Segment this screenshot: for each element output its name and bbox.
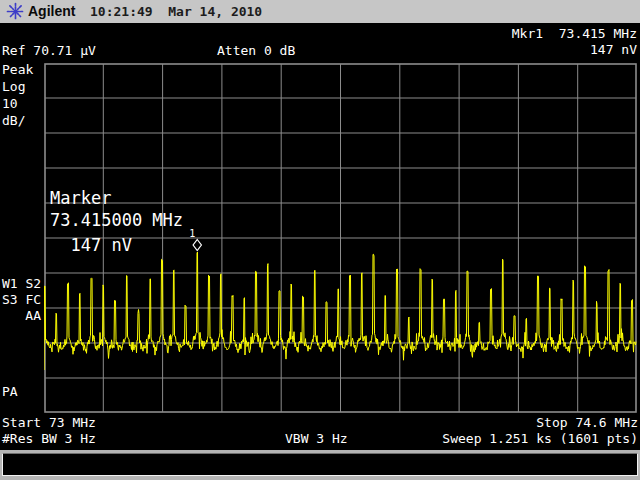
clock-label: 10:21:49 Mar 14, 2010: [90, 4, 262, 19]
scale-type-label: Log: [2, 80, 25, 94]
marker-annotation-frequency: 73.415000 MHz: [50, 211, 183, 229]
vbw-label: VBW 3 Hz: [285, 432, 348, 446]
marker-annotation-title: Marker: [50, 189, 111, 207]
spectrum-plot: 1: [44, 63, 637, 413]
status-flag-pa: PA: [2, 385, 18, 399]
titlebar: Agilent 10:21:49 Mar 14, 2010: [0, 0, 640, 23]
ref-level-label: Ref 70.71 µV: [2, 44, 96, 58]
status-flag-s3fc: S3 FC: [2, 293, 41, 307]
analyzer-screen: Agilent 10:21:49 Mar 14, 2010 Ref 70.71 …: [0, 0, 640, 480]
marker-annotation-amplitude: 147 nV: [50, 236, 132, 254]
agilent-logo-icon: [6, 2, 25, 21]
status-bar-field: [2, 453, 638, 476]
marker-readout-ampl: 147 nV: [512, 42, 637, 58]
scale-unit-label: dB/: [2, 114, 25, 128]
marker-diamond-icon: [193, 240, 201, 251]
stop-freq-label: Stop 74.6 MHz: [536, 416, 638, 430]
marker-readout: Mkr1 73.415 MHz 147 nV: [512, 26, 637, 58]
scale-per-div-label: 10: [2, 97, 18, 111]
start-freq-label: Start 73 MHz: [2, 416, 96, 430]
attenuation-label: Atten 0 dB: [217, 44, 295, 58]
status-bar: [0, 450, 640, 480]
detector-label: Peak: [2, 63, 33, 77]
sweep-label: Sweep 1.251 ks (1601 pts): [442, 432, 638, 446]
brand-label: Agilent: [28, 3, 75, 19]
marker-readout-freq: Mkr1 73.415 MHz: [512, 26, 637, 42]
status-flag-aa: AA: [0, 309, 41, 323]
marker-number-label: 1: [189, 228, 195, 239]
status-flag-w1s2: W1 S2: [2, 277, 41, 291]
res-bw-label: #Res BW 3 Hz: [2, 432, 96, 446]
